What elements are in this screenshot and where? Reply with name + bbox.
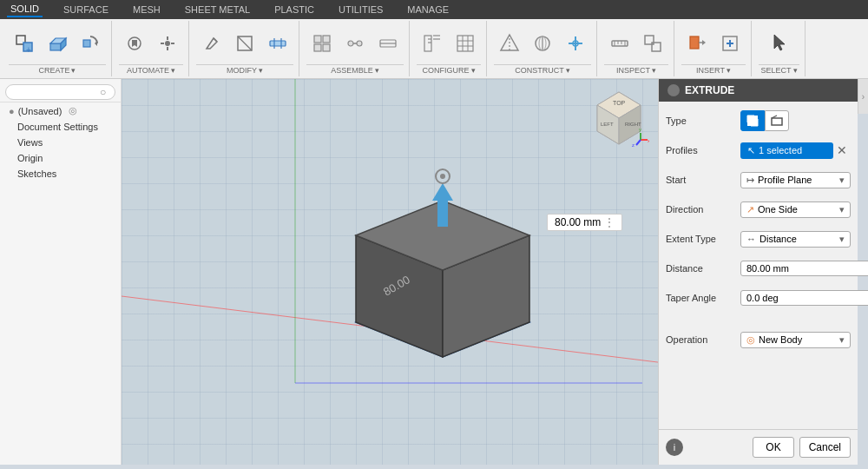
panel-content: Type Profiles ↖ bbox=[659, 102, 858, 429]
doc-settings-label: Document Settings bbox=[17, 122, 98, 132]
direction-dropdown[interactable]: ↗ One Side ▾ bbox=[740, 201, 851, 218]
modify-label[interactable]: MODIFY ▾ bbox=[196, 64, 293, 75]
svg-rect-3 bbox=[50, 43, 61, 50]
svg-text:+: + bbox=[26, 45, 31, 54]
menu-solid[interactable]: SOLID bbox=[7, 2, 43, 17]
measure-options-icon[interactable]: ⋮ bbox=[604, 216, 615, 228]
revolve-btn[interactable] bbox=[75, 24, 106, 63]
svg-rect-83 bbox=[772, 118, 782, 125]
configure-btn1[interactable] bbox=[417, 24, 448, 63]
toolbar-group-select: SELECT ▾ bbox=[753, 21, 806, 76]
type-solid-btn[interactable] bbox=[740, 110, 765, 131]
menu-surface[interactable]: SURFACE bbox=[60, 3, 112, 17]
operation-dropdown[interactable]: ◎ New Body ▾ bbox=[740, 332, 851, 348]
nav-cube-svg: TOP LEFT RIGHT x y z bbox=[589, 88, 649, 149]
modify-btn3[interactable] bbox=[262, 24, 293, 63]
inspect-btn1[interactable] bbox=[604, 24, 635, 63]
distance-input[interactable] bbox=[740, 261, 868, 276]
panel-title: EXTRUDE bbox=[685, 84, 734, 96]
automate-icon2 bbox=[157, 33, 178, 54]
automate-label[interactable]: AUTOMATE ▾ bbox=[119, 64, 183, 75]
svg-rect-12 bbox=[270, 41, 286, 46]
assemble-btn3[interactable] bbox=[372, 24, 404, 63]
viewport[interactable]: 80.00 80.00 mm ⋮ TOP LEFT RIGHT bbox=[122, 79, 658, 465]
construct-dropdown-icon: ▾ bbox=[566, 66, 570, 75]
toolbar-groups: + CREATE ▾ bbox=[0, 19, 868, 78]
ok-button[interactable]: OK bbox=[753, 437, 793, 458]
panel-expand-handle[interactable]: › bbox=[858, 79, 868, 114]
extent-type-value: Distance bbox=[760, 234, 797, 244]
extent-type-dropdown[interactable]: ↔ Distance ▾ bbox=[740, 231, 851, 248]
svg-rect-15 bbox=[314, 36, 321, 43]
configure-btn2[interactable] bbox=[450, 24, 481, 63]
create-new-component-btn[interactable]: + bbox=[9, 24, 40, 63]
insert-btn2[interactable] bbox=[714, 24, 746, 63]
modify-icon2 bbox=[234, 33, 255, 54]
menu-manage[interactable]: MANAGE bbox=[404, 3, 452, 17]
toolbar-group-automate: AUTOMATE ▾ bbox=[114, 21, 189, 76]
construct-btn3[interactable] bbox=[560, 24, 591, 63]
assemble-label[interactable]: ASSEMBLE ▾ bbox=[306, 64, 404, 75]
taper-angle-input[interactable] bbox=[740, 290, 868, 306]
sidebar-item-views[interactable]: Views bbox=[0, 135, 121, 150]
menu-sheet-metal[interactable]: SHEET METAL bbox=[181, 3, 253, 17]
cancel-button[interactable]: Cancel bbox=[799, 437, 851, 458]
inspect-label[interactable]: INSPECT ▾ bbox=[604, 64, 668, 75]
sidebar-item-sketches[interactable]: Sketches bbox=[0, 166, 121, 182]
panel-icon bbox=[667, 84, 680, 96]
menu-utilities[interactable]: UTILITIES bbox=[335, 3, 386, 17]
type-surface-btn[interactable] bbox=[765, 110, 789, 131]
profiles-badge[interactable]: ↖ 1 selected bbox=[740, 142, 833, 159]
extrude-btn[interactable] bbox=[42, 24, 73, 63]
automate-btn2[interactable] bbox=[152, 24, 183, 63]
start-row: Start ↦ Profile Plane ▾ bbox=[666, 168, 851, 192]
nav-cube[interactable]: TOP LEFT RIGHT x y z bbox=[589, 88, 649, 149]
start-dropdown[interactable]: ↦ Profile Plane ▾ bbox=[740, 172, 851, 188]
distance-label: Distance bbox=[666, 263, 735, 274]
create-label[interactable]: CREATE ▾ bbox=[9, 64, 106, 75]
assemble-btn1[interactable] bbox=[306, 24, 338, 63]
construct-btn1[interactable] bbox=[494, 24, 525, 63]
sidebar-search: ○ bbox=[0, 83, 121, 102]
select-label[interactable]: SELECT ▾ bbox=[759, 64, 799, 75]
sidebar-item-unsaved[interactable]: ● (Unsaved) ◎ bbox=[0, 102, 121, 119]
svg-rect-17 bbox=[314, 44, 321, 51]
menu-plastic[interactable]: PLASTIC bbox=[271, 3, 318, 17]
svg-line-10 bbox=[214, 38, 217, 42]
insert-btn1[interactable] bbox=[681, 24, 713, 63]
menu-mesh[interactable]: MESH bbox=[129, 3, 164, 17]
insert-label[interactable]: INSERT ▾ bbox=[681, 64, 746, 75]
direction-arrow-icon: ▾ bbox=[839, 204, 845, 215]
construct-btn2[interactable] bbox=[527, 24, 558, 63]
panel-header: EXTRUDE bbox=[659, 79, 858, 102]
sidebar-item-origin[interactable]: Origin bbox=[0, 150, 121, 166]
type-row: Type bbox=[666, 109, 851, 133]
svg-marker-6 bbox=[95, 41, 97, 46]
direction-icon: ↗ bbox=[746, 204, 754, 215]
extent-type-row: Extent Type ↔ Distance ▾ bbox=[666, 227, 851, 251]
modify-btn2[interactable] bbox=[229, 24, 260, 63]
assemble-btn2[interactable] bbox=[339, 24, 371, 63]
ruler-icon bbox=[609, 33, 630, 54]
profiles-clear-btn[interactable]: ✕ bbox=[833, 142, 851, 159]
insert-dropdown-icon: ▾ bbox=[727, 66, 731, 75]
menu-bar: SOLID SURFACE MESH SHEET METAL PLASTIC U… bbox=[0, 0, 868, 19]
operation-row: Operation ◎ New Body ▾ bbox=[666, 327, 851, 352]
automate-btn1[interactable] bbox=[119, 24, 150, 63]
sidebar-item-doc-settings[interactable]: Document Settings bbox=[0, 119, 121, 135]
sketches-label: Sketches bbox=[17, 168, 56, 179]
profiles-control: ↖ 1 selected ✕ bbox=[740, 142, 851, 159]
inspect-btn2[interactable] bbox=[637, 24, 668, 63]
automate-items bbox=[119, 23, 183, 64]
select-items bbox=[764, 23, 795, 64]
configure-label[interactable]: CONFIGURE ▾ bbox=[417, 64, 481, 75]
construct-label[interactable]: CONSTRUCT ▾ bbox=[494, 64, 591, 75]
modify-btn1[interactable] bbox=[196, 24, 227, 63]
svg-point-9 bbox=[165, 41, 170, 46]
search-input[interactable] bbox=[5, 84, 115, 100]
create-dropdown-icon: ▾ bbox=[71, 66, 76, 75]
select-btn[interactable] bbox=[764, 24, 795, 63]
taper-angle-control bbox=[740, 290, 868, 306]
svg-marker-55 bbox=[774, 35, 785, 50]
info-icon[interactable]: i bbox=[666, 439, 683, 456]
